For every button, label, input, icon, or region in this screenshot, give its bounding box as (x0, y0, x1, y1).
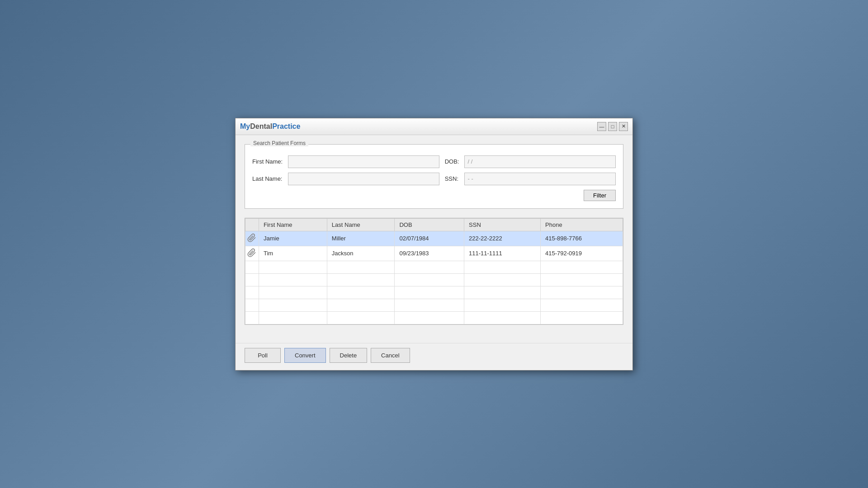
table-cell: Jamie (259, 231, 327, 246)
col-ssn: SSN (464, 218, 541, 231)
table-cell: 111-11-1111 (464, 246, 541, 261)
first-name-input[interactable] (288, 155, 439, 168)
convert-button[interactable]: Convert (284, 348, 326, 363)
table-cell-empty (464, 311, 541, 324)
attachment-icon (247, 252, 257, 259)
col-phone: Phone (541, 218, 623, 231)
ssn-label: SSN: (445, 175, 459, 182)
table-row-empty (245, 299, 623, 311)
table-cell-empty (259, 286, 327, 299)
table-cell-empty (395, 286, 464, 299)
maximize-button[interactable]: □ (608, 122, 617, 131)
table-cell-empty (259, 273, 327, 286)
table-section: First Name Last Name DOB SSN Phone Jamie… (245, 218, 623, 325)
table-cell-empty (541, 311, 623, 324)
table-cell-empty (541, 299, 623, 311)
table-cell-empty (395, 299, 464, 311)
search-section: Search Patient Forms First Name: DOB: / … (245, 144, 623, 209)
search-legend: Search Patient Forms (250, 140, 308, 146)
table-cell-empty (245, 299, 259, 311)
filter-button[interactable]: Filter (584, 190, 616, 201)
patient-table: First Name Last Name DOB SSN Phone Jamie… (245, 218, 623, 324)
first-name-label: First Name: (252, 158, 283, 165)
table-cell-empty (464, 286, 541, 299)
table-cell-empty (259, 261, 327, 273)
last-name-input[interactable] (288, 173, 439, 185)
search-form: First Name: DOB: / / Last Name: SSN: - - (252, 152, 616, 185)
last-name-label: Last Name: (252, 175, 283, 182)
table-cell: Miller (327, 231, 395, 246)
table-row-empty (245, 273, 623, 286)
table-cell: 09/23/1983 (395, 246, 464, 261)
table-cell: 415-898-7766 (541, 231, 623, 246)
table-row[interactable]: JamieMiller02/07/1984222-22-2222415-898-… (245, 231, 623, 246)
table-cell-empty (541, 261, 623, 273)
cancel-button[interactable]: Cancel (371, 348, 410, 363)
col-dob: DOB (395, 218, 464, 231)
minimize-button[interactable]: — (597, 122, 606, 131)
dob-label: DOB: (445, 158, 459, 165)
table-cell-empty (464, 261, 541, 273)
footer-buttons: Poll Convert Delete Cancel (236, 343, 632, 370)
logo-practice: Practice (272, 122, 300, 130)
table-cell: 222-22-2222 (464, 231, 541, 246)
table-cell-empty (395, 311, 464, 324)
table-cell-empty (259, 299, 327, 311)
table-cell-empty (327, 299, 395, 311)
table-row-empty (245, 311, 623, 324)
ssn-value: - - (467, 175, 473, 182)
delete-button[interactable]: Delete (330, 348, 368, 363)
table-row-empty (245, 261, 623, 273)
table-cell-empty (327, 286, 395, 299)
table-cell: 415-792-0919 (541, 246, 623, 261)
row-icon-cell (245, 246, 259, 261)
table-cell-empty (541, 286, 623, 299)
title-bar: MyDentalPractice — □ ✕ (236, 118, 632, 135)
table-cell-empty (245, 311, 259, 324)
table-cell-empty (245, 286, 259, 299)
table-cell-empty (327, 273, 395, 286)
dob-value: / / (467, 158, 472, 165)
table-header-row: First Name Last Name DOB SSN Phone (245, 218, 623, 231)
table-cell-empty (464, 273, 541, 286)
table-cell-empty (259, 311, 327, 324)
filter-row: Filter (252, 190, 616, 201)
table-cell-empty (327, 261, 395, 273)
main-window: MyDentalPractice — □ ✕ Search Patient Fo… (235, 118, 633, 371)
col-icon (245, 218, 259, 231)
row-icon-cell (245, 231, 259, 246)
ssn-field: - - (464, 173, 616, 185)
table-cell: Jackson (327, 246, 395, 261)
table-cell-empty (464, 299, 541, 311)
table-row[interactable]: TimJackson09/23/1983111-11-1111415-792-0… (245, 246, 623, 261)
table-cell-empty (395, 273, 464, 286)
table-cell-empty (327, 311, 395, 324)
app-logo: MyDentalPractice (240, 122, 300, 131)
col-first-name: First Name (259, 218, 327, 231)
table-cell: 02/07/1984 (395, 231, 464, 246)
poll-button[interactable]: Poll (245, 348, 281, 363)
col-last-name: Last Name (327, 218, 395, 231)
dob-field: / / (464, 155, 616, 168)
table-cell-empty (541, 273, 623, 286)
window-body: Search Patient Forms First Name: DOB: / … (236, 135, 632, 343)
logo-my: My (240, 122, 250, 130)
table-cell-empty (395, 261, 464, 273)
table-cell-empty (245, 273, 259, 286)
table-row-empty (245, 286, 623, 299)
close-button[interactable]: ✕ (619, 122, 628, 131)
table-cell: Tim (259, 246, 327, 261)
window-controls: — □ ✕ (597, 122, 628, 131)
attachment-icon (247, 237, 257, 244)
logo-dental: Dental (250, 122, 272, 130)
table-cell-empty (245, 261, 259, 273)
